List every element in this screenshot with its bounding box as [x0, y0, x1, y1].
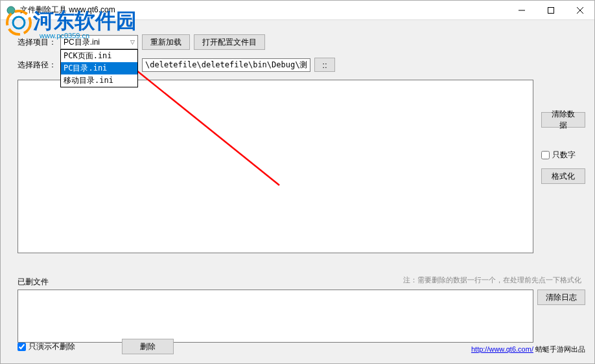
clear-log-button[interactable]: 清除日志	[537, 290, 585, 305]
browse-button[interactable]: ::	[314, 58, 335, 72]
demo-only-checkbox-row[interactable]: 只演示不删除	[18, 341, 75, 352]
maximize-button[interactable]	[536, 1, 565, 20]
numbers-only-checkbox[interactable]	[541, 151, 550, 159]
dropdown-option-1[interactable]: PC目录.ini	[61, 62, 137, 74]
bottom-row: 只演示不删除 删除	[18, 339, 174, 354]
clear-data-button[interactable]: 清除数据	[541, 112, 585, 128]
footer-suffix: 蜻蜓手游网出品	[533, 345, 585, 353]
format-button[interactable]: 格式化	[541, 168, 585, 184]
close-button[interactable]	[565, 1, 594, 20]
window-controls	[507, 1, 594, 19]
open-config-button[interactable]: 打开配置文件目	[194, 34, 265, 50]
demo-only-label: 只演示不删除	[29, 341, 75, 352]
numbers-only-label: 只数字	[552, 150, 576, 161]
deleted-files-label: 已删文件	[18, 277, 49, 288]
svg-rect-2	[548, 8, 554, 14]
app-icon	[6, 5, 16, 16]
dropdown-option-0[interactable]: PCK页面.ini	[61, 50, 137, 62]
dropdown-option-2[interactable]: 移动目录.ini	[61, 74, 137, 87]
numbers-only-checkbox-row[interactable]: 只数字	[541, 150, 585, 161]
select-project-label: 选择项目：	[18, 37, 56, 48]
delete-button[interactable]: 删除	[122, 339, 174, 354]
path-input[interactable]	[142, 58, 310, 72]
titlebar: 文件删除工具 www.qt6.com	[1, 1, 594, 20]
minimize-button[interactable]	[507, 1, 536, 20]
project-combo-wrap: PC目录.ini ▽ PCK页面.ini PC目录.ini 移动目录.ini	[60, 35, 138, 49]
project-row: 选择项目： PC目录.ini ▽ PCK页面.ini PC目录.ini 移动目录…	[18, 34, 585, 50]
select-path-label: 选择路径：	[18, 60, 56, 71]
project-dropdown: PCK页面.ini PC目录.ini 移动目录.ini	[60, 49, 138, 87]
footer-url[interactable]: http://www.qt6.com/	[471, 345, 533, 353]
footer-link: http://www.qt6.com/ 蜻蜓手游网出品	[471, 345, 585, 354]
demo-only-checkbox[interactable]	[18, 343, 26, 351]
data-textarea[interactable]	[18, 80, 533, 253]
combo-selected-text: PC目录.ini	[64, 37, 100, 48]
svg-point-0	[7, 6, 15, 14]
side-panel: 清除数据 只数字 格式化	[541, 112, 585, 184]
hint-text: 注：需要删除的数据一行一个，在处理前先点一下格式化	[403, 275, 581, 285]
chevron-down-icon: ▽	[130, 39, 135, 45]
window-title: 文件删除工具 www.qt6.com	[20, 5, 507, 16]
content-area: 选择项目： PC目录.ini ▽ PCK页面.ini PC目录.ini 移动目录…	[1, 20, 594, 363]
reload-button[interactable]: 重新加载	[142, 34, 190, 50]
project-combo[interactable]: PC目录.ini ▽	[60, 35, 138, 49]
main-window: 文件删除工具 www.qt6.com 河东软件园 www.pc0359.cn 选…	[0, 0, 595, 364]
log-textarea[interactable]	[18, 290, 533, 343]
